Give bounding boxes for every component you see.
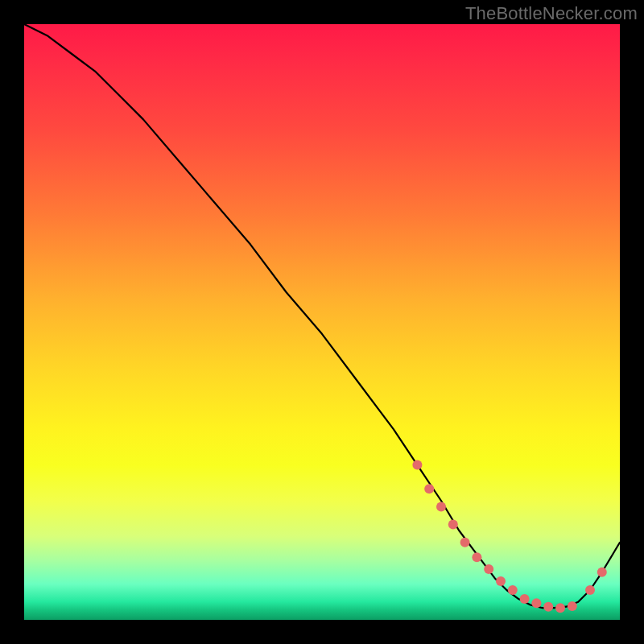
marker-dot — [520, 594, 530, 604]
marker-dot — [555, 603, 565, 613]
watermark-text: TheBottleNecker.com — [465, 3, 638, 24]
marker-dot — [568, 601, 577, 611]
marker-dot — [472, 552, 481, 562]
marker-dot — [460, 538, 470, 547]
marker-dot — [412, 460, 422, 470]
marker-dot — [585, 585, 595, 595]
marker-dot — [508, 585, 518, 595]
marker-dot — [543, 602, 553, 612]
marker-dot — [484, 564, 493, 574]
plot-area — [24, 24, 620, 620]
marker-dot — [436, 502, 446, 511]
marker-dot — [448, 520, 458, 530]
marker-dot — [496, 576, 506, 586]
marker-dot — [597, 568, 607, 577]
marker-group — [412, 460, 606, 613]
chart-svg — [24, 24, 620, 620]
chart-frame: TheBottleNecker.com — [0, 0, 644, 644]
marker-dot — [531, 598, 541, 608]
marker-dot — [424, 484, 434, 493]
curve-line — [24, 24, 620, 608]
